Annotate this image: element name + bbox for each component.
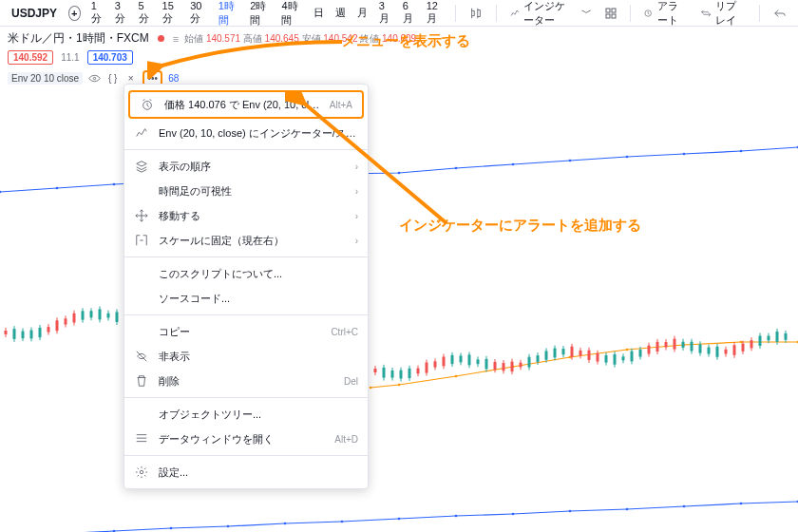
- int-2h[interactable]: 2時間: [245, 0, 275, 28]
- menu-object-tree[interactable]: オブジェクトツリー...: [124, 402, 368, 427]
- menu-pin-scale[interactable]: スケールに固定（現在右） ›: [124, 228, 368, 253]
- menu-delete[interactable]: 削除Del: [124, 369, 368, 393]
- svg-point-41: [626, 349, 629, 352]
- int-5m[interactable]: 5分: [134, 0, 156, 26]
- chevron-right-icon: ›: [355, 236, 358, 246]
- svg-point-37: [398, 384, 401, 387]
- int-3mo[interactable]: 3月: [374, 0, 396, 26]
- svg-point-31: [569, 510, 572, 513]
- int-m[interactable]: 月: [352, 6, 372, 20]
- int-15m[interactable]: 15分: [158, 0, 184, 26]
- spread: 11.1: [61, 52, 79, 63]
- menu-visual-order[interactable]: 表示の順序 ›: [124, 154, 368, 179]
- context-menu: 価格 140.076 で Env (20, 10, close) にアラートを追…: [124, 84, 369, 489]
- list-icon: [134, 431, 149, 446]
- int-30m[interactable]: 30分: [185, 0, 212, 26]
- svg-rect-3: [612, 14, 616, 18]
- menu-divider: [124, 455, 368, 456]
- add-symbol-button[interactable]: +: [68, 6, 81, 21]
- shortcut: Alt+D: [334, 434, 358, 445]
- menu-label: コピー: [159, 325, 321, 339]
- int-d[interactable]: 日: [309, 6, 329, 20]
- chevron-right-icon: ›: [355, 186, 358, 197]
- menu-settings[interactable]: 設定...: [124, 460, 368, 484]
- templates-button[interactable]: [599, 8, 622, 19]
- menu-label: ソースコード...: [159, 292, 358, 306]
- menu-label: オブジェクトツリー...: [159, 408, 358, 422]
- chart-type-button[interactable]: [464, 7, 488, 20]
- menu-label: 削除: [159, 374, 334, 389]
- menu-label: 表示の順序: [159, 160, 346, 174]
- menu-data-window[interactable]: データウィンドウを開くAlt+D: [124, 427, 368, 451]
- trash-icon: [134, 373, 149, 389]
- svg-point-174: [140, 470, 143, 474]
- svg-point-28: [398, 518, 401, 521]
- shortcut: Del: [344, 376, 358, 387]
- menu-divider: [124, 149, 368, 150]
- gear-icon: [134, 465, 149, 480]
- menu-source[interactable]: ソースコード...: [124, 286, 368, 311]
- svg-rect-2: [606, 14, 610, 18]
- svg-point-16: [569, 160, 572, 162]
- menu-divider: [124, 397, 368, 398]
- int-w[interactable]: 週: [331, 6, 351, 20]
- alert-label: アラート: [657, 0, 689, 28]
- menu-label: スケールに固定（現在右）: [159, 234, 346, 248]
- eye-off-icon: [134, 349, 149, 364]
- int-1h[interactable]: 1時間: [214, 0, 243, 28]
- menu-label: 価格 140.076 で Env (20, 10, close) にアラートを追: [164, 98, 320, 112]
- menu-divider: [124, 256, 368, 257]
- menu-label: データウィンドウを開く: [159, 432, 325, 446]
- menu-copy[interactable]: コピーCtrl+C: [124, 319, 368, 344]
- separator: [630, 5, 631, 22]
- separator: [455, 5, 456, 22]
- svg-point-8: [113, 183, 116, 186]
- menu-divider: [124, 314, 368, 315]
- chevron-right-icon: ›: [355, 211, 358, 221]
- chart-icon: [134, 125, 149, 141]
- separator: [759, 5, 760, 22]
- svg-point-34: [740, 503, 743, 505]
- svg-point-7: [56, 187, 59, 190]
- menu-move[interactable]: 移動する ›: [124, 203, 368, 228]
- separator: [496, 5, 497, 22]
- svg-point-36: [370, 387, 372, 390]
- indicators-button[interactable]: インジケーター ﹀: [504, 0, 598, 28]
- menu-label: Env (20, 10, close) にインジケーター/ストラテジーを追加: [159, 126, 358, 141]
- menu-add-alert[interactable]: 価格 140.076 で Env (20, 10, close) にアラートを追…: [128, 90, 364, 119]
- alert-button[interactable]: アラート: [637, 0, 694, 28]
- svg-point-14: [455, 167, 458, 170]
- svg-point-6: [0, 191, 1, 194]
- menu-visibility[interactable]: 時間足の可視性 ›: [124, 179, 368, 203]
- svg-point-25: [227, 525, 230, 528]
- pin-icon: [134, 233, 149, 248]
- market-status-icon: [158, 35, 164, 42]
- svg-point-43: [740, 341, 743, 344]
- indicators-label: インジケーター: [523, 0, 575, 28]
- int-6mo[interactable]: 6月: [398, 0, 420, 26]
- chart-canvas[interactable]: [0, 66, 798, 532]
- menu-label: このスクリプトについて...: [159, 267, 358, 281]
- undo-button[interactable]: [768, 7, 792, 20]
- int-4h[interactable]: 4時間: [276, 0, 306, 28]
- ask-price[interactable]: 140.703: [87, 50, 133, 65]
- menu-add-indicator[interactable]: Env (20, 10, close) にインジケーター/ストラテジーを追加: [124, 121, 368, 145]
- svg-point-13: [398, 172, 401, 175]
- menu-about[interactable]: このスクリプトについて...: [124, 261, 368, 286]
- shortcut: Ctrl+C: [331, 327, 358, 337]
- menu-hide[interactable]: 非表示: [124, 344, 368, 369]
- svg-point-32: [626, 508, 629, 511]
- int-3m[interactable]: 3分: [110, 0, 132, 26]
- int-1m[interactable]: 1分: [86, 0, 108, 26]
- svg-point-15: [512, 163, 515, 166]
- int-12mo[interactable]: 12月: [422, 0, 448, 26]
- bid-price[interactable]: 140.592: [8, 50, 53, 65]
- replay-button[interactable]: リプレイ: [695, 0, 751, 28]
- menu-label: 移動する: [159, 209, 346, 223]
- move-icon: [134, 208, 149, 223]
- svg-rect-1: [612, 9, 616, 12]
- chevron-right-icon: ›: [355, 162, 358, 172]
- svg-point-19: [740, 150, 743, 153]
- symbol[interactable]: USDJPY: [6, 7, 63, 20]
- chart-title: 米ドル／円・1時間・FXCM: [8, 30, 149, 47]
